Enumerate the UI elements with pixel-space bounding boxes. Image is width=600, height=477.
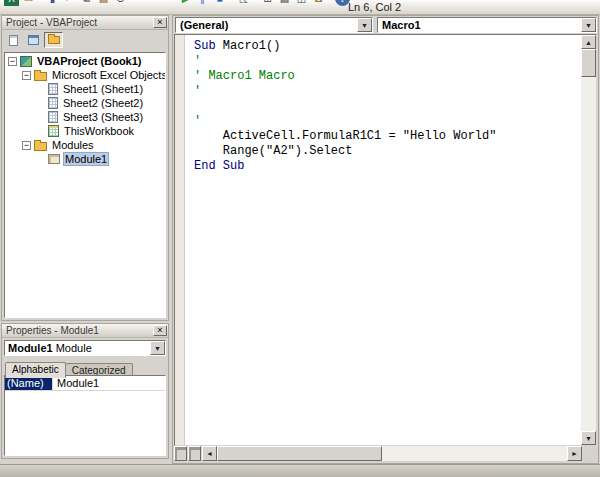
horizontal-scroll-thumb[interactable] (217, 446, 382, 461)
vertical-scroll-thumb[interactable] (581, 49, 596, 77)
copy-icon[interactable]: ⧉ (79, 0, 94, 6)
code-line[interactable]: Range("A2").Select (194, 144, 580, 159)
procedure-combo[interactable]: Macro1 ▼ (377, 17, 597, 33)
toolbox-icon[interactable]: ⊠ (311, 0, 326, 6)
project-explorer-panel: Project - VBAProject × −VBAProject (Book… (1, 15, 169, 321)
module-icon (48, 154, 60, 164)
code-editor[interactable]: Sub Macro1()'' Macro1 Macro' ' ActiveCel… (174, 34, 597, 446)
horizontal-scrollbar[interactable]: ◄ ► (202, 446, 582, 461)
code-line[interactable]: ' (194, 84, 580, 99)
properties-tabs: AlphabeticCategorized (2, 359, 168, 375)
project-panel-title: Project - VBAProject (6, 17, 97, 28)
chevron-down-icon[interactable]: ▼ (581, 18, 596, 32)
chevron-down-icon[interactable]: ▼ (150, 341, 165, 355)
sheet-icon (48, 83, 58, 95)
folder-icon (34, 142, 47, 151)
design-mode-icon[interactable]: ◺ (236, 0, 251, 6)
tree-item-label: Module1 (63, 152, 109, 166)
cut-icon[interactable]: ✂ (62, 0, 77, 6)
properties-panel: Properties - Module1 × Module1 Module ▼ … (1, 323, 169, 459)
vertical-scrollbar[interactable]: ▲ ▼ (581, 35, 596, 445)
tab-alphabetic[interactable]: Alphabetic (5, 362, 66, 378)
code-line[interactable]: End Sub (194, 159, 580, 174)
code-text[interactable]: Sub Macro1()'' Macro1 Macro' ' ActiveCel… (186, 35, 580, 445)
toolbar-icon-row: X▭▮✂⧉▤⊙↶↷▶∥■◺⊞▤◫⊠? (4, 0, 350, 6)
expander-icon[interactable]: − (8, 57, 17, 66)
tree-item-label: VBAProject (Book1) (35, 55, 144, 67)
excel-icon[interactable]: X (4, 0, 19, 6)
properties-window-icon[interactable]: ▤ (277, 0, 292, 6)
code-line[interactable]: ' (194, 114, 580, 129)
close-icon[interactable]: × (153, 325, 167, 336)
find-icon[interactable]: ⊙ (113, 0, 128, 6)
expander-icon[interactable]: − (22, 141, 31, 150)
undo-icon[interactable]: ↶ (137, 0, 152, 6)
code-line[interactable] (194, 99, 580, 114)
properties-panel-title: Properties - Module1 (6, 325, 99, 336)
procedure-view-button[interactable] (174, 446, 187, 461)
tree-item-thisworkbook[interactable]: −ThisWorkbook (5, 124, 165, 138)
property-value-cell[interactable]: Module1 (53, 376, 103, 390)
tree-item-label: Microsoft Excel Objects (50, 69, 166, 81)
toggle-folders-button[interactable] (44, 32, 63, 48)
tree-item-modules[interactable]: −Modules (5, 138, 165, 152)
project-explorer-icon[interactable]: ⊞ (260, 0, 275, 6)
project-icon (20, 56, 32, 67)
main-toolbar: X▭▮✂⧉▤⊙↶↷▶∥■◺⊞▤◫⊠? Ln 6, Col 2 (0, 0, 600, 15)
tree-item-vbaproject-book1[interactable]: −VBAProject (Book1) (5, 54, 165, 68)
tree-item-module1[interactable]: −Module1 (5, 152, 165, 166)
project-tree: −VBAProject (Book1)−Microsoft Excel Obje… (4, 52, 166, 318)
object-browser-icon[interactable]: ◫ (294, 0, 309, 6)
save-icon[interactable]: ▮ (45, 0, 60, 6)
property-row[interactable]: (Name)Module1 (5, 376, 165, 391)
view-object-icon (28, 35, 39, 45)
project-panel-toolbar (2, 30, 168, 50)
expander-icon[interactable]: − (22, 71, 31, 80)
window-bottom-edge (0, 464, 600, 477)
code-line[interactable]: Sub Macro1() (194, 39, 580, 54)
insert-userform-icon[interactable]: ▭ (21, 0, 36, 6)
reset-icon[interactable]: ■ (212, 0, 227, 6)
scroll-down-icon[interactable]: ▼ (581, 431, 596, 445)
code-line[interactable]: ActiveCell.FormulaR1C1 = "Hello World" (194, 129, 580, 144)
view-code-button[interactable] (4, 32, 23, 48)
vba-editor-window: X▭▮✂⧉▤⊙↶↷▶∥■◺⊞▤◫⊠? Ln 6, Col 2 Project -… (0, 0, 600, 477)
code-line[interactable]: ' Macro1 Macro (194, 69, 580, 84)
sheet-icon (48, 111, 58, 123)
workbook-icon (48, 125, 59, 137)
property-name-cell[interactable]: (Name) (5, 376, 53, 390)
tree-item-sheet1-sheet1[interactable]: −Sheet1 (Sheet1) (5, 82, 165, 96)
paste-icon[interactable]: ▤ (96, 0, 111, 6)
object-selector-dropdown[interactable]: Module1 Module ▼ (4, 340, 166, 356)
procedure-combo-value: Macro1 (382, 19, 421, 31)
tree-item-sheet2-sheet2[interactable]: −Sheet2 (Sheet2) (5, 96, 165, 110)
margin-indicator-bar (175, 35, 185, 445)
full-module-view-button[interactable] (188, 446, 201, 461)
object-combo[interactable]: (General) ▼ (175, 17, 373, 33)
properties-grid: (Name)Module1 (4, 375, 166, 456)
code-combo-row: (General) ▼ Macro1 ▼ (173, 16, 598, 34)
code-line[interactable]: ' (194, 54, 580, 69)
break-icon[interactable]: ∥ (195, 0, 210, 6)
properties-panel-titlebar[interactable]: Properties - Module1 × (2, 324, 168, 338)
tree-item-label: Sheet2 (Sheet2) (61, 97, 145, 109)
selected-object-type: Module (56, 342, 92, 354)
scroll-right-icon[interactable]: ► (567, 446, 582, 461)
project-panel-titlebar[interactable]: Project - VBAProject × (2, 16, 168, 30)
tree-item-label: Modules (50, 139, 96, 151)
run-icon[interactable]: ▶ (178, 0, 193, 6)
tree-item-microsoft-excel-objects[interactable]: −Microsoft Excel Objects (5, 68, 165, 82)
folder-icon (48, 36, 60, 44)
view-object-button[interactable] (24, 32, 43, 48)
folder-icon (34, 72, 47, 81)
scroll-left-icon[interactable]: ◄ (202, 446, 217, 461)
tree-item-label: Sheet3 (Sheet3) (61, 111, 145, 123)
chevron-down-icon[interactable]: ▼ (357, 18, 372, 32)
redo-icon[interactable]: ↷ (154, 0, 169, 6)
view-code-icon (9, 35, 18, 46)
tree-item-sheet3-sheet3[interactable]: −Sheet3 (Sheet3) (5, 110, 165, 124)
object-combo-value: (General) (180, 19, 228, 31)
close-icon[interactable]: × (153, 17, 167, 28)
scroll-up-icon[interactable]: ▲ (581, 35, 596, 49)
code-window-bottom-bar: ◄ ► (174, 446, 597, 462)
